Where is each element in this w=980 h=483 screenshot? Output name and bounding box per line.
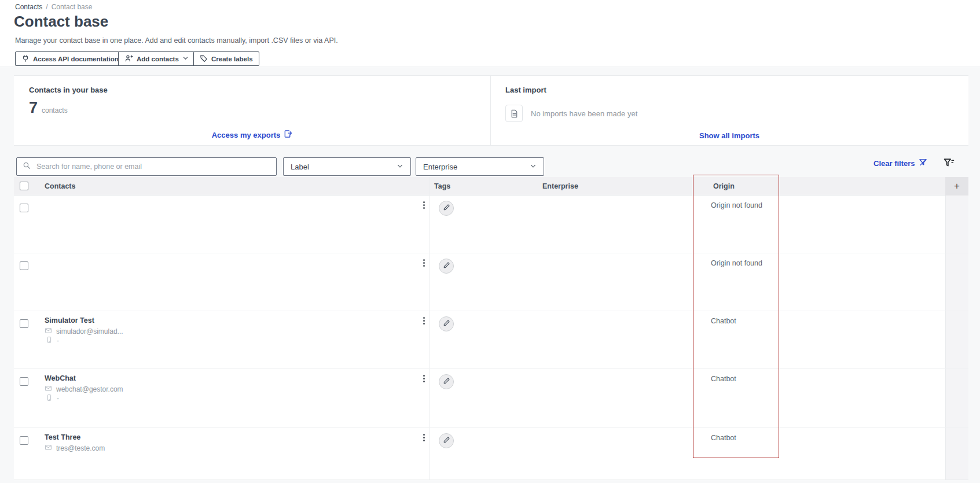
- table-row[interactable]: Simulator Test simulador@simulad... -: [14, 311, 968, 369]
- email-icon: [45, 327, 52, 336]
- filter-icon[interactable]: [942, 156, 955, 169]
- table-row[interactable]: Origin not found: [14, 196, 968, 253]
- contact-name: WebChat: [45, 374, 76, 382]
- contact-email-line: webchat@gestor.com: [45, 385, 123, 394]
- add-column-button[interactable]: +: [945, 177, 968, 196]
- column-header-enterprise: Enterprise: [542, 182, 578, 190]
- create-labels-button[interactable]: Create labels: [193, 51, 259, 66]
- clear-filter-icon: [919, 158, 927, 168]
- breadcrumb-current: Contact base: [52, 3, 93, 11]
- clear-filters-label: Clear filters: [873, 159, 915, 168]
- row-checkbox[interactable]: [20, 436, 28, 445]
- label-filter-value: Label: [291, 163, 309, 171]
- pencil-icon: [443, 319, 450, 329]
- contact-email-line: tres@teste.com: [45, 444, 105, 453]
- show-all-imports-label: Show all imports: [699, 131, 759, 140]
- row-checkbox[interactable]: [20, 261, 28, 270]
- origin-value: Origin not found: [711, 259, 762, 267]
- email-icon: [45, 444, 52, 453]
- contact-email: webchat@gestor.com: [56, 385, 123, 393]
- origin-value: Chatbot: [711, 317, 736, 325]
- add-contacts-button[interactable]: Add contacts: [118, 51, 195, 66]
- breadcrumb-separator: /: [46, 3, 47, 11]
- search-icon: [23, 161, 31, 172]
- contact-phone-line: -: [46, 394, 59, 403]
- select-all-checkbox[interactable]: [20, 182, 28, 190]
- summary-cards: Contacts in your base 7 contacts Access …: [14, 75, 968, 146]
- page-subtitle: Manage your contact base in one place. A…: [15, 36, 338, 45]
- export-icon: [284, 130, 292, 140]
- contacts-card-title: Contacts in your base: [29, 86, 108, 94]
- enterprise-filter-dropdown[interactable]: Enterprise: [416, 157, 544, 176]
- pencil-icon: [443, 436, 450, 446]
- pencil-icon: [443, 377, 450, 387]
- access-my-exports-label: Access my exports: [212, 131, 281, 139]
- column-header-origin: Origin: [713, 182, 735, 190]
- contacts-table: Contacts Tags Enterprise Origin + Origin…: [14, 177, 968, 480]
- access-api-documentation-label: Access API documentation: [33, 56, 119, 62]
- contact-name: Simulator Test: [45, 316, 94, 325]
- contact-base-page: Contacts / Contact base Contact base Man…: [0, 0, 980, 483]
- edit-tags-button[interactable]: [439, 259, 454, 274]
- contact-phone: -: [57, 394, 59, 403]
- origin-value: Chatbot: [711, 434, 736, 442]
- create-labels-label: Create labels: [211, 56, 253, 62]
- column-header-contacts: Contacts: [45, 182, 75, 190]
- contacts-count: 7: [29, 99, 38, 117]
- contact-phone: -: [57, 337, 59, 345]
- breadcrumb: Contacts / Contact base: [15, 3, 92, 11]
- access-my-exports-link[interactable]: Access my exports: [14, 130, 490, 140]
- pencil-icon: [443, 203, 450, 213]
- column-header-tags: Tags: [434, 182, 450, 190]
- add-contacts-label: Add contacts: [137, 56, 179, 62]
- edit-tags-button[interactable]: [439, 316, 454, 331]
- last-import-empty-message: No imports have been made yet: [531, 109, 637, 118]
- show-all-imports-link[interactable]: Show all imports: [490, 131, 968, 140]
- label-filter-dropdown[interactable]: Label: [283, 157, 411, 176]
- plug-icon: [21, 54, 30, 64]
- kebab-menu-icon[interactable]: [421, 315, 427, 326]
- enterprise-filter-value: Enterprise: [423, 163, 457, 171]
- edit-tags-button[interactable]: [439, 433, 454, 448]
- page-title: Contact base: [14, 13, 108, 31]
- edit-tags-button[interactable]: [439, 374, 454, 389]
- edit-tags-button[interactable]: [439, 201, 454, 216]
- phone-icon: [46, 336, 53, 345]
- contacts-count-unit: contacts: [42, 106, 68, 115]
- kebab-menu-icon[interactable]: [421, 257, 427, 268]
- kebab-menu-icon[interactable]: [421, 200, 427, 210]
- contact-name: Test Three: [45, 433, 80, 441]
- table-row[interactable]: Origin not found: [14, 253, 968, 311]
- row-checkbox[interactable]: [20, 377, 28, 386]
- table-row[interactable]: Test Three tres@teste.com Chatbot: [14, 428, 968, 480]
- row-checkbox[interactable]: [20, 204, 28, 212]
- chevron-down-icon: [182, 55, 189, 62]
- origin-value: Origin not found: [711, 201, 762, 209]
- row-checkbox[interactable]: [20, 319, 28, 328]
- table-row[interactable]: WebChat webchat@gestor.com -: [14, 369, 968, 428]
- chevron-down-icon: [397, 163, 403, 171]
- clear-filters-button[interactable]: Clear filters: [873, 158, 927, 168]
- tag-icon: [200, 54, 208, 64]
- page-header: Contacts / Contact base Contact base Man…: [0, 0, 980, 67]
- email-icon: [45, 385, 52, 394]
- access-api-documentation-button[interactable]: Access API documentation: [15, 51, 125, 66]
- origin-value: Chatbot: [711, 375, 736, 383]
- contact-phone-line: -: [46, 336, 59, 345]
- table-header-row: Contacts Tags Enterprise Origin +: [14, 177, 968, 196]
- pencil-icon: [443, 261, 450, 271]
- search-input[interactable]: [35, 162, 270, 171]
- document-icon: [505, 105, 523, 122]
- chevron-down-icon: [530, 163, 537, 171]
- phone-icon: [46, 394, 53, 403]
- contact-email: simulador@simulad...: [56, 327, 123, 335]
- search-input-container: [16, 157, 277, 176]
- last-import-card-title: Last import: [505, 86, 546, 94]
- contact-email: tres@teste.com: [56, 444, 105, 452]
- contact-email-line: simulador@simulad...: [45, 327, 123, 336]
- kebab-menu-icon[interactable]: [421, 432, 427, 443]
- add-user-icon: [124, 54, 133, 64]
- kebab-menu-icon[interactable]: [421, 373, 427, 384]
- breadcrumb-contacts[interactable]: Contacts: [15, 3, 42, 11]
